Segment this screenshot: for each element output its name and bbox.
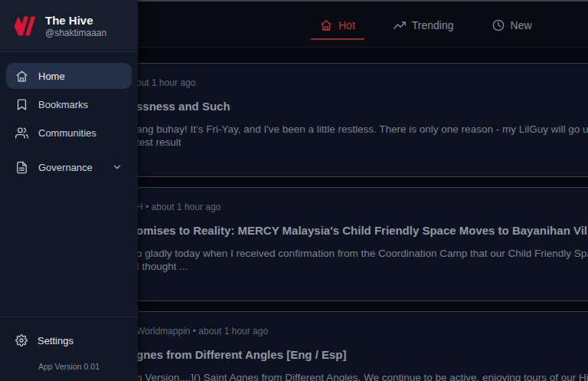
post-card[interactable]: H • about 1 hour ago omises to Reality: … [115, 187, 588, 301]
tab-trending-label: Trending [412, 19, 454, 31]
sidebar-item-label: Communities [38, 127, 96, 139]
navigation-drawer: The Hive @shaktimaaan Home Bookmarks Com… [0, 0, 138, 381]
feed-sort-tabs: Hot Trending New [309, 2, 543, 49]
post-card[interactable]: Worldmappin • about 1 hour ago gnes from… [115, 311, 588, 381]
settings-label: Settings [38, 335, 74, 347]
bookmark-icon [15, 98, 28, 111]
post-title[interactable]: omises to Reality: MERCY Malaysia's Chil… [136, 224, 588, 237]
post-meta: H • about 1 hour ago [136, 202, 588, 212]
sidebar-item-settings[interactable]: Settings [0, 331, 138, 350]
post-excerpt-line: n Version....]() Saint Agnes from Differ… [136, 371, 588, 381]
trending-icon [394, 19, 406, 31]
logged-in-username: @shaktimaaan [45, 28, 106, 38]
hive-logo-icon [10, 14, 38, 38]
tab-trending[interactable]: Trending [383, 2, 465, 49]
app-version-text: App Version 0.01 [0, 362, 138, 371]
drawer-nav: Home Bookmarks Communities Governance [0, 52, 138, 180]
drawer-footer: Settings App Version 0.01 [0, 317, 138, 381]
post-title[interactable]: gnes from Different Angles [Eng / Esp] [136, 348, 588, 361]
sidebar-item-bookmarks[interactable]: Bookmarks [6, 91, 132, 117]
governance-icon [15, 161, 28, 174]
post-excerpt-line: I thought ... [136, 260, 588, 273]
post-card[interactable]: out 1 hour ago ssness and Such ang buhay… [115, 63, 588, 177]
tab-hot[interactable]: Hot [309, 2, 366, 49]
sidebar-item-governance[interactable]: Governance [6, 154, 132, 180]
post-feed: out 1 hour ago ssness and Such ang buhay… [115, 48, 588, 381]
post-excerpt-line: test result [136, 136, 588, 149]
home-icon [15, 70, 28, 83]
tab-new[interactable]: New [482, 2, 543, 49]
post-excerpt-line: o gladly today when I received confirmat… [136, 247, 588, 260]
sidebar-item-label: Bookmarks [38, 99, 88, 110]
sidebar-item-communities[interactable]: Communities [6, 120, 132, 146]
post-meta: out 1 hour ago [136, 77, 588, 88]
sidebar-item-home[interactable]: Home [6, 63, 132, 89]
clock-icon [492, 19, 505, 31]
active-tab-underline [311, 38, 364, 40]
communities-icon [15, 126, 28, 140]
post-meta: Worldmappin • about 1 hour ago [136, 326, 588, 337]
post-title[interactable]: ssness and Such [136, 100, 588, 113]
sidebar-item-label: Home [38, 71, 65, 82]
post-excerpt-line: ang buhay! It's Fri-Yay, and I've been a… [136, 123, 588, 136]
hot-home-icon [320, 19, 332, 31]
chevron-down-icon[interactable] [112, 162, 122, 172]
sidebar-item-label: Governance [38, 162, 102, 173]
app-title: The Hive [45, 14, 106, 28]
drawer-header: The Hive @shaktimaaan [0, 0, 138, 52]
tab-hot-label: Hot [338, 19, 355, 31]
tab-new-label: New [511, 19, 532, 31]
gear-icon [15, 334, 28, 347]
